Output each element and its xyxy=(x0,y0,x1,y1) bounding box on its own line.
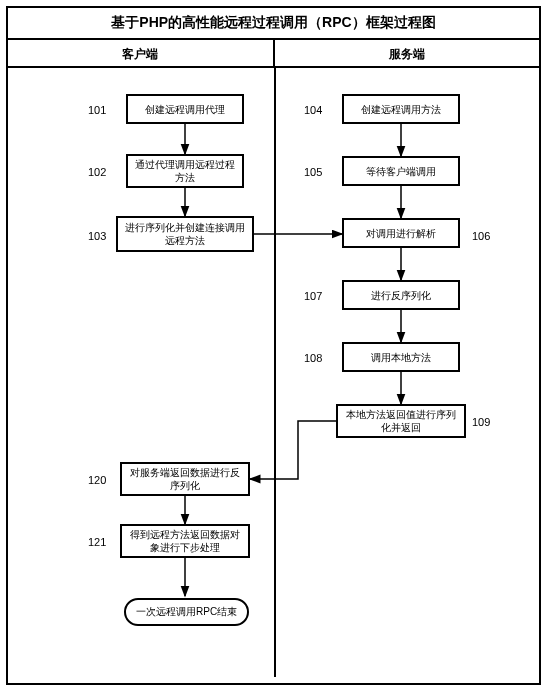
label-101: 101 xyxy=(88,104,106,116)
client-header: 客户端 xyxy=(8,40,275,66)
end-node: 一次远程调用RPC结束 xyxy=(124,598,249,626)
swimlanes: 101 创建远程调用代理 102 通过代理调用远程过程方法 103 进行序列化并… xyxy=(8,68,539,677)
diagram-frame: 基于PHP的高性能远程过程调用（RPC）框架过程图 客户端 服务端 101 创建… xyxy=(6,6,541,685)
box-108: 调用本地方法 xyxy=(342,342,460,372)
label-120: 120 xyxy=(88,474,106,486)
column-headers: 客户端 服务端 xyxy=(8,40,539,68)
box-107: 进行反序列化 xyxy=(342,280,460,310)
diagram-title: 基于PHP的高性能远程过程调用（RPC）框架过程图 xyxy=(8,8,539,40)
box-104: 创建远程调用方法 xyxy=(342,94,460,124)
box-103: 进行序列化并创建连接调用远程方法 xyxy=(116,216,254,252)
label-103: 103 xyxy=(88,230,106,242)
label-107: 107 xyxy=(304,290,322,302)
box-106: 对调用进行解析 xyxy=(342,218,460,248)
lane-divider xyxy=(274,68,276,677)
box-120: 对服务端返回数据进行反序列化 xyxy=(120,462,250,496)
label-105: 105 xyxy=(304,166,322,178)
label-108: 108 xyxy=(304,352,322,364)
label-104: 104 xyxy=(304,104,322,116)
label-102: 102 xyxy=(88,166,106,178)
server-header: 服务端 xyxy=(275,40,540,66)
label-109: 109 xyxy=(472,416,490,428)
label-121: 121 xyxy=(88,536,106,548)
label-106: 106 xyxy=(472,230,490,242)
box-109: 本地方法返回值进行序列化并返回 xyxy=(336,404,466,438)
box-101: 创建远程调用代理 xyxy=(126,94,244,124)
box-102: 通过代理调用远程过程方法 xyxy=(126,154,244,188)
box-105: 等待客户端调用 xyxy=(342,156,460,186)
box-121: 得到远程方法返回数据对象进行下步处理 xyxy=(120,524,250,558)
